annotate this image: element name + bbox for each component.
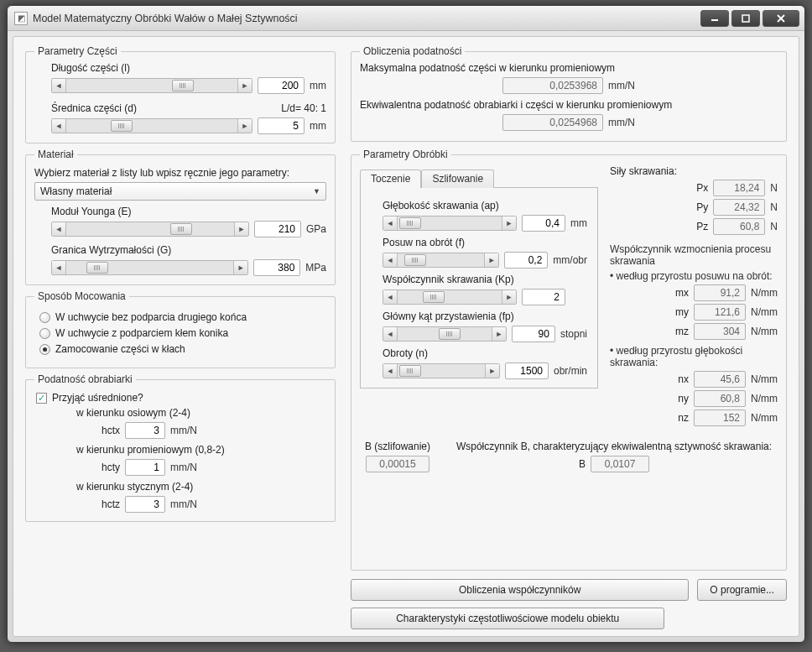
tab-pane: Głębokość skrawania (ap) ◄ ► mm <box>360 187 598 389</box>
bgrind-label: B (szlifowanie) <box>365 441 430 452</box>
group-machining-legend: Parametry Obróbki <box>360 149 451 160</box>
diameter-input[interactable] <box>258 117 304 134</box>
mount-opt1[interactable]: W uchwycie bez podparcia drugiego końca <box>39 311 326 323</box>
hctx-unit: mm/N <box>170 425 197 436</box>
beq-label: Współczynnik B, charakteryzujący ekwiwal… <box>455 441 773 452</box>
radio-icon <box>39 312 50 323</box>
young-input[interactable] <box>254 221 301 237</box>
nz-value <box>694 409 746 426</box>
calc-button[interactable]: Obliczenia współczynników <box>351 579 689 601</box>
tab-turning[interactable]: Toczenie <box>360 170 421 188</box>
forces-title: Siły skrawania: <box>610 165 778 177</box>
arrow-left-icon[interactable]: ◄ <box>383 364 398 378</box>
mount-opt3[interactable]: Zamocowanie części w kłach <box>39 343 326 355</box>
ap-input[interactable] <box>522 215 565 232</box>
eq-comp-label: Ekwiwalentna podatność obrabiarki i częś… <box>360 99 778 111</box>
window-buttons <box>700 10 799 27</box>
ap-label: Głębokość skrawania (ap) <box>383 200 587 211</box>
ap-slider[interactable]: ◄ ► <box>383 216 517 231</box>
length-unit: mm <box>310 80 326 91</box>
group-part-legend: Parametry Części <box>34 45 121 57</box>
arrow-right-icon[interactable]: ► <box>484 253 498 267</box>
max-comp-label: Maksymalna podatność części w kierunku p… <box>360 62 778 74</box>
kp-label: Współczynnik skrawania (Kp) <box>383 274 587 285</box>
group-mount-legend: Sposób Mocowania <box>34 290 129 302</box>
young-label: Moduł Younga (E) <box>51 206 326 217</box>
bgrind-value <box>366 456 429 472</box>
arrow-left-icon[interactable]: ◄ <box>52 79 66 92</box>
radio-icon <box>39 328 50 339</box>
arrow-left-icon[interactable]: ◄ <box>52 261 66 274</box>
arrow-left-icon[interactable]: ◄ <box>52 119 66 133</box>
titlebar[interactable]: ◩ Model Matematyczny Obróbki Wałów o Mał… <box>8 6 804 31</box>
length-input[interactable] <box>258 77 304 94</box>
mz-value <box>694 323 746 340</box>
arrow-right-icon[interactable]: ► <box>502 290 516 304</box>
chevron-down-icon: ▼ <box>313 187 320 196</box>
about-button[interactable]: O programie... <box>697 579 787 601</box>
n-unit: obr/min <box>554 365 587 377</box>
app-icon: ◩ <box>14 12 28 25</box>
young-unit: GPa <box>306 223 326 235</box>
strength-input[interactable] <box>253 259 300 276</box>
arrow-left-icon[interactable]: ◄ <box>383 327 398 341</box>
svg-rect-1 <box>742 15 749 22</box>
fp-input[interactable] <box>512 326 555 342</box>
gain-byap: • według przyrostu głębokości skrawania: <box>610 345 778 368</box>
fp-unit: stopni <box>560 328 587 340</box>
hctz-input[interactable] <box>125 496 165 513</box>
tab-grinding[interactable]: Szlifowanie <box>421 170 494 188</box>
f-label: Posuw na obrót (f) <box>383 237 587 248</box>
material-choose-label: Wybierz materiał z listy lub wpisz ręczn… <box>34 167 326 179</box>
fp-slider[interactable]: ◄ ► <box>383 326 507 342</box>
diameter-unit: mm <box>310 120 326 132</box>
freq-button[interactable]: Charakterystyki częstotliwościowe modelu… <box>351 608 664 629</box>
length-label: Długość części (l) <box>51 62 326 74</box>
kp-input[interactable] <box>522 289 565 305</box>
arrow-right-icon[interactable]: ► <box>234 222 248 236</box>
group-mount: Sposób Mocowania W uchwycie bez podparci… <box>25 290 336 368</box>
f-slider[interactable]: ◄ ► <box>383 253 499 268</box>
minimize-button[interactable] <box>700 10 729 27</box>
arrow-left-icon[interactable]: ◄ <box>52 222 66 236</box>
kp-slider[interactable]: ◄ ► <box>383 289 517 305</box>
group-part: Parametry Części Długość części (l) ◄ ► … <box>25 45 336 143</box>
close-button[interactable] <box>763 10 799 27</box>
eq-comp-unit: mm/N <box>608 117 635 128</box>
arrow-left-icon[interactable]: ◄ <box>383 290 398 304</box>
beq-name: B <box>579 458 586 470</box>
hcty-unit: mm/N <box>170 462 197 473</box>
avg-checkbox[interactable]: ✓ <box>36 393 47 404</box>
arrow-right-icon[interactable]: ► <box>485 364 499 378</box>
window-title: Model Matematyczny Obróbki Wałów o Małej… <box>33 13 700 24</box>
n-slider[interactable]: ◄ ► <box>383 363 500 378</box>
py-value <box>713 199 765 216</box>
347-value <box>694 390 746 407</box>
arrow-left-icon[interactable]: ◄ <box>383 253 398 267</box>
young-slider[interactable]: ◄ ► <box>51 222 249 237</box>
n-input[interactable] <box>505 363 549 379</box>
mount-opt2[interactable]: W uchwycie z podparciem kłem konika <box>39 327 326 339</box>
nx-value <box>694 371 746 388</box>
strength-slider[interactable]: ◄ ► <box>51 260 248 275</box>
group-material: Materiał Wybierz materiał z listy lub wp… <box>25 149 336 285</box>
material-select[interactable]: Własny materiał ▼ <box>34 182 326 201</box>
arrow-right-icon[interactable]: ► <box>492 327 506 341</box>
arrow-right-icon[interactable]: ► <box>233 261 247 274</box>
eq-comp-value <box>502 114 603 131</box>
arrow-right-icon[interactable]: ► <box>237 79 252 92</box>
window: ◩ Model Matematyczny Obróbki Wałów o Mał… <box>7 5 805 643</box>
strength-label: Granica Wytrzymałości (G) <box>51 244 326 256</box>
gain-byf: • według przyrostu posuwu na obrót: <box>610 270 778 282</box>
length-slider[interactable]: ◄ ► <box>51 78 252 93</box>
hctx-input[interactable] <box>125 422 165 439</box>
diameter-slider[interactable]: ◄ ► <box>51 118 252 133</box>
group-calc-compliance: Obliczenia podatności Maksymalna podatno… <box>351 45 787 142</box>
hcty-input[interactable] <box>125 459 165 476</box>
arrow-right-icon[interactable]: ► <box>237 119 252 133</box>
arrow-right-icon[interactable]: ► <box>502 216 516 230</box>
arrow-left-icon[interactable]: ◄ <box>383 216 398 230</box>
maximize-button[interactable] <box>731 10 760 27</box>
tangent-label: w kierunku stycznym (2-4) <box>76 481 326 493</box>
f-input[interactable] <box>504 252 548 269</box>
